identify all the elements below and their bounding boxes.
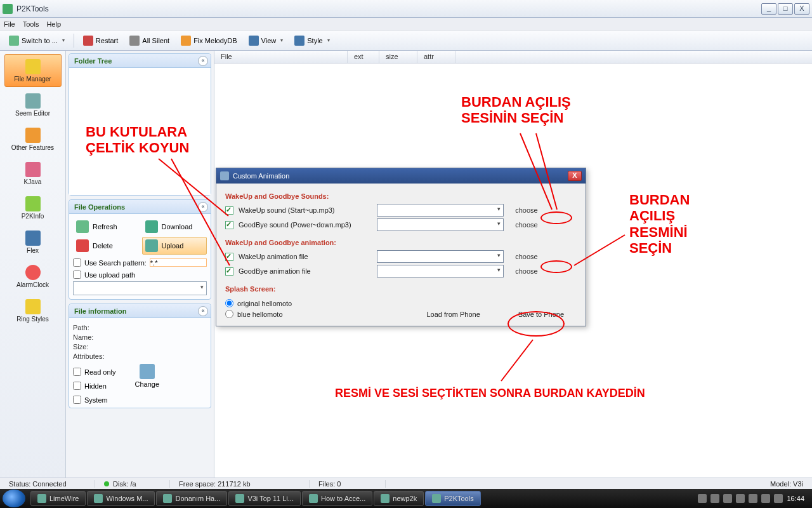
taskbar-clock[interactable]: 16:44 xyxy=(787,495,804,502)
tray-icon[interactable] xyxy=(761,494,770,503)
close-button[interactable]: X xyxy=(794,3,809,15)
nav-file-manager[interactable]: File Manager xyxy=(4,54,62,87)
taskbar-label: How to Acce... xyxy=(321,495,365,502)
col-file[interactable]: File xyxy=(214,51,348,63)
upload-button[interactable]: Upload xyxy=(142,237,207,255)
goodbye-sound-combo[interactable] xyxy=(377,218,504,231)
splash-blue-radio[interactable] xyxy=(225,310,233,318)
nav-p2kinfo-label: P2KInfo xyxy=(22,213,44,220)
status-connection: Status: Connected xyxy=(0,480,95,488)
maximize-button[interactable]: □ xyxy=(778,3,793,15)
nav-other-features[interactable]: Other Features xyxy=(4,123,62,156)
menu-file[interactable]: File xyxy=(4,20,15,28)
wakeup-sound-label: WakeUp sound (Start~up.mp3) xyxy=(239,206,372,214)
collapse-tree-button[interactable]: « xyxy=(198,56,208,66)
view-label: View xyxy=(261,37,277,44)
col-attr[interactable]: attr xyxy=(417,51,455,63)
taskbar-item[interactable]: Donanım Ha... xyxy=(156,491,227,506)
restart-button[interactable]: Restart xyxy=(78,33,123,48)
taskbar-item[interactable]: How to Acce... xyxy=(302,491,372,506)
menu-tools[interactable]: Tools xyxy=(23,20,39,28)
hidden-checkbox[interactable] xyxy=(73,382,81,390)
tray-icon[interactable] xyxy=(698,494,707,503)
upload-path-combo[interactable] xyxy=(73,281,207,295)
wakeup-anim-choose[interactable]: choose xyxy=(509,253,544,260)
goodbye-sound-checkbox[interactable] xyxy=(225,221,233,229)
nav-p2kinfo[interactable]: P2KInfo xyxy=(4,191,62,224)
col-ext[interactable]: ext xyxy=(348,51,379,63)
fixmelody-button[interactable]: Fix MelodyDB xyxy=(176,33,242,48)
taskbar-item[interactable]: V3i Top 11 Li... xyxy=(228,491,301,506)
goodbye-anim-choose[interactable]: choose xyxy=(509,267,544,275)
taskbar-item[interactable]: LimeWire xyxy=(30,491,86,506)
app-icon xyxy=(235,494,244,503)
change-icon xyxy=(140,364,155,379)
taskbar-label: Windows M... xyxy=(106,495,148,502)
goodbye-sound-choose[interactable]: choose xyxy=(509,221,544,229)
style-icon xyxy=(294,36,304,46)
file-info-title: File information xyxy=(74,307,127,315)
upload-path-checkbox[interactable] xyxy=(73,271,81,279)
status-disk: Disk: /a xyxy=(95,480,170,488)
wakeup-anim-combo[interactable] xyxy=(377,250,504,263)
system-checkbox[interactable] xyxy=(73,396,81,404)
tray-icon[interactable] xyxy=(774,494,783,503)
system-label: System xyxy=(84,396,108,404)
collapse-ops-button[interactable]: « xyxy=(198,202,208,212)
restart-label: Restart xyxy=(96,37,118,44)
dialog-close-button[interactable]: X xyxy=(568,171,582,181)
nav-other-label: Other Features xyxy=(11,144,54,151)
taskbar-item[interactable]: Windows M... xyxy=(87,491,155,506)
info-attrs: Attributes: xyxy=(73,352,207,360)
wakeup-sound-choose[interactable]: choose xyxy=(509,206,544,214)
wakeup-sound-checkbox[interactable] xyxy=(225,206,233,215)
tray-icon[interactable] xyxy=(710,494,719,503)
tray-icon[interactable] xyxy=(749,494,757,503)
taskbar-item[interactable]: newp2k xyxy=(374,491,424,506)
folder-tree-body[interactable] xyxy=(69,68,211,195)
search-pattern-input[interactable] xyxy=(150,258,207,267)
nav-kjava[interactable]: KJava xyxy=(4,157,62,190)
taskbar-label: P2KTools xyxy=(444,495,473,502)
save-to-phone-button[interactable]: Save to Phone xyxy=(518,311,564,318)
collapse-info-button[interactable]: « xyxy=(198,306,208,316)
goodbye-anim-checkbox[interactable] xyxy=(225,267,233,276)
load-from-phone-button[interactable]: Load from Phone xyxy=(426,311,480,318)
nav-flex[interactable]: Flex xyxy=(4,225,62,258)
gear-icon xyxy=(25,128,41,143)
menu-help[interactable]: Help xyxy=(46,20,61,28)
tray-icon[interactable] xyxy=(736,494,745,503)
melody-icon xyxy=(181,36,191,46)
delete-button[interactable]: Delete xyxy=(73,237,138,255)
status-disk-label: Disk: /a xyxy=(113,480,136,488)
view-button[interactable]: View xyxy=(244,33,289,48)
goodbye-anim-combo[interactable] xyxy=(377,265,504,277)
wakeup-sound-combo[interactable] xyxy=(377,204,504,217)
nav-alarmclock[interactable]: AlarmClock xyxy=(4,260,62,293)
start-button[interactable] xyxy=(3,490,25,507)
taskbar-label: Donanım Ha... xyxy=(175,495,220,502)
readonly-checkbox[interactable] xyxy=(73,368,81,376)
taskbar-item-active[interactable]: P2KTools xyxy=(425,491,480,506)
nav-ring-styles[interactable]: Ring Styles xyxy=(4,294,62,327)
style-button[interactable]: Style xyxy=(289,33,334,48)
tray-icon[interactable] xyxy=(723,494,732,503)
col-size[interactable]: size xyxy=(379,51,417,63)
splash-original-radio[interactable] xyxy=(225,299,233,307)
side-panels: Folder Tree« File Operations« Refresh Do… xyxy=(66,51,214,484)
nav-seem-editor[interactable]: Seem Editor xyxy=(4,88,62,121)
allsilent-button[interactable]: All Silent xyxy=(124,33,174,48)
search-pattern-checkbox[interactable] xyxy=(73,258,81,267)
refresh-button[interactable]: Refresh xyxy=(73,218,138,236)
fixmelody-label: Fix MelodyDB xyxy=(193,37,237,44)
download-button[interactable]: Download xyxy=(142,218,207,236)
dialog-titlebar[interactable]: Custom Animation X xyxy=(216,168,586,184)
wakeup-anim-checkbox[interactable] xyxy=(225,253,233,261)
change-button[interactable]: Change xyxy=(135,364,160,404)
chart-icon xyxy=(25,196,41,211)
status-dot-icon xyxy=(104,481,109,486)
nav-flex-label: Flex xyxy=(27,247,39,254)
minimize-button[interactable]: _ xyxy=(761,3,776,15)
info-path: Path: xyxy=(73,324,207,331)
switch-button[interactable]: Switch to ... xyxy=(4,33,70,48)
